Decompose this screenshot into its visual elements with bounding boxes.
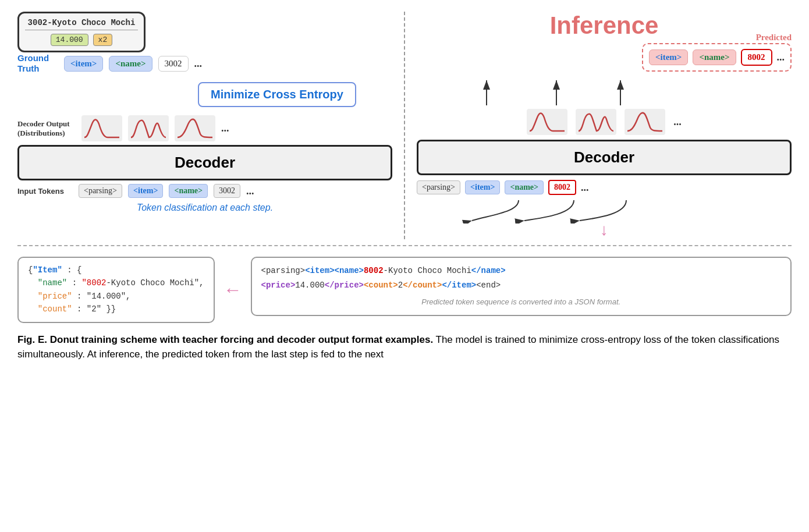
input-label: Input Tokens [17, 187, 73, 196]
inf-dist-curve-2 [576, 109, 616, 135]
dist-row: Decoder Output(Distributions) ... [17, 115, 392, 141]
inf-input-name: <name> [505, 180, 544, 194]
inf-input-row: <parsing> <item> <name> 8002 ... [417, 180, 792, 195]
cross-entropy-wrapper: Minimize Cross Entropy [64, 77, 392, 112]
input-token-name: <name> [169, 184, 208, 198]
dist-dots: ... [221, 122, 229, 134]
token-seq-line1: <parsing><item><name>8002-Kyoto Choco Mo… [261, 264, 782, 278]
ground-truth-label: GroundTruth [17, 53, 58, 74]
predicted-label: Predicted [756, 33, 792, 42]
inf-input-section: <parsing> <item> <name> 8002 ... [417, 180, 792, 239]
json-output-box: {"Item" : { "name" : "8002-Kyoto Choco M… [17, 257, 215, 323]
dist-curve-1 [81, 115, 122, 141]
cross-entropy-box: Minimize Cross Entropy [198, 82, 356, 107]
receipt-price: 14.000 [51, 34, 88, 46]
inf-arrows-below [417, 197, 792, 224]
token-class-label: Token classification at each step. [17, 203, 392, 213]
inference-arrows-svg [417, 77, 792, 107]
token-seq-line2: <price>14.000</price><count>2</count></i… [261, 278, 782, 293]
inference-header: Inference [417, 12, 792, 40]
pred-token-8002: 8002 [741, 49, 772, 66]
pred-dots: ... [777, 51, 785, 63]
inf-dist-curve-3 [625, 109, 665, 135]
diagram-area: 3002-Kyoto Choco Mochi 14.000 x2 Trainin… [17, 12, 792, 246]
gt-token-3002: 3002 [158, 56, 189, 72]
pred-token-item: <item> [649, 49, 688, 65]
input-tokens-row: Input Tokens <parsing> <item> <name> 300… [17, 184, 392, 198]
input-dots: ... [246, 185, 254, 197]
receipt-box: 3002-Kyoto Choco Mochi 14.000 x2 [17, 12, 146, 52]
input-token-item: <item> [128, 184, 163, 198]
main-container: 3002-Kyoto Choco Mochi 14.000 x2 Trainin… [17, 12, 792, 362]
dist-label: Decoder Output(Distributions) [17, 119, 76, 137]
figure-caption: Fig. E. Donut training scheme with teach… [17, 332, 792, 362]
caption-bold: Fig. E. Donut training scheme with teach… [17, 334, 433, 345]
gt-dots: ... [194, 58, 203, 70]
bottom-area: {"Item" : { "name" : "8002-Kyoto Choco M… [17, 257, 792, 323]
inf-input-dots: ... [581, 182, 589, 194]
predicted-box: <item> <name> 8002 ... [642, 43, 792, 72]
receipt-row: 14.000 x2 [25, 34, 138, 46]
inf-dist-row: ... [417, 109, 792, 135]
inference-arrows-area [417, 77, 792, 107]
dist-curve-3 [175, 115, 215, 141]
receipt-title: 3002-Kyoto Choco Mochi [25, 18, 138, 30]
input-token-parsing: <parsing> [79, 184, 122, 198]
inf-input-8002: 8002 [548, 180, 576, 195]
predicted-group-wrapper: Predicted <item> <name> 8002 ... [642, 43, 792, 72]
training-decoder-box: Decoder [17, 145, 392, 180]
pred-token-name: <name> [693, 49, 736, 65]
gt-token-name: <name> [109, 56, 152, 72]
training-side: 3002-Kyoto Choco Mochi 14.000 x2 Trainin… [17, 12, 405, 239]
inf-below-arrows-svg [417, 197, 792, 224]
inf-dist-curve-1 [527, 109, 567, 135]
left-arrow: ← [223, 279, 242, 300]
inference-side: Inference Predicted <item> <name> 8002 .… [405, 12, 792, 239]
inf-input-parsing: <parsing> [417, 180, 460, 194]
token-seq-box: <parsing><item><name>8002-Kyoto Choco Mo… [251, 257, 792, 316]
token-seq-caption: Predicted token sequence is converted in… [261, 295, 782, 308]
predicted-output-wrapper: Predicted <item> <name> 8002 ... [417, 43, 792, 72]
gt-token-item: <item> [64, 56, 103, 72]
inf-input-item: <item> [465, 180, 500, 194]
ground-truth-row: GroundTruth <item> <name> 3002 ... [17, 53, 392, 74]
input-token-3002: 3002 [214, 184, 240, 198]
receipt-count: x2 [93, 34, 113, 46]
inf-dist-dots: ... [673, 116, 682, 128]
dist-curve-2 [128, 115, 169, 141]
inference-decoder-box: Decoder [417, 140, 792, 175]
